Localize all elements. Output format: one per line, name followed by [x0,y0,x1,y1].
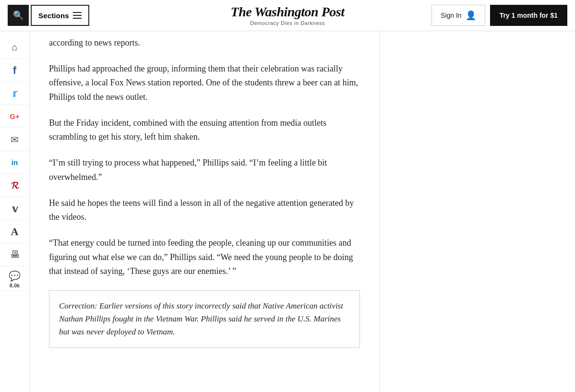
googleplus-share-icon[interactable]: G+ [0,105,30,128]
left-sidebar: ⌂ f 𝕣 G+ ✉ in 𝓡 𝕧 A 🖶 💬 8.0k [0,31,30,392]
print-icon[interactable]: 🖶 [0,243,30,266]
comment-count: 8.0k [10,283,20,288]
search-icon: 🔍 [13,10,24,21]
site-tagline: Democracy Dies in Darkness [231,20,345,26]
twitter-share-icon[interactable]: 𝕣 [0,82,30,105]
header: 🔍 Sections The Washington Post Democracy… [0,0,575,31]
sections-label: Sections [38,12,69,20]
hamburger-icon [73,12,82,19]
article-paragraph-6: “That energy could be turned into feedin… [49,236,360,279]
tumblr-share-icon[interactable]: 𝕧 [0,197,30,220]
pinterest-share-icon[interactable]: 𝓡 [0,174,30,197]
correction-box: Correction: Earlier versions of this sto… [49,290,360,348]
article-content: according to news reports. Phillips had … [30,31,379,392]
font-size-icon[interactable]: A [0,220,30,243]
subscribe-label: Try 1 month for $1 [500,12,558,19]
correction-text: Correction: Earlier versions of this sto… [59,299,350,339]
user-icon: 👤 [466,10,476,21]
comment-icon: 💬 [9,270,21,282]
main-layout: ⌂ f 𝕣 G+ ✉ in 𝓡 𝕧 A 🖶 💬 8.0k according t… [0,31,575,392]
home-icon[interactable]: ⌂ [0,36,30,59]
article-paragraph-3: But the Friday incident, combined with t… [49,116,360,144]
email-share-icon[interactable]: ✉ [0,128,30,151]
article-paragraph-5: He said he hopes the teens will find a l… [49,196,360,225]
sections-button[interactable]: Sections [31,5,89,26]
subscribe-button[interactable]: Try 1 month for $1 [490,5,567,26]
article-body: according to news reports. Phillips had … [49,31,360,348]
right-sidebar [379,31,575,392]
sign-in-label: Sign In [441,12,462,19]
article-paragraph-4: “I’m still trying to process what happen… [49,156,360,184]
site-logo[interactable]: The Washington Post [231,5,345,20]
header-right: Sign In 👤 Try 1 month for $1 [431,5,567,26]
sign-in-button[interactable]: Sign In 👤 [431,5,485,26]
header-left: 🔍 Sections [8,5,89,26]
linkedin-share-icon[interactable]: in [0,151,30,174]
article-paragraph-2: Phillips had approached the group, infor… [49,62,360,105]
search-button[interactable]: 🔍 [8,5,29,26]
facebook-share-icon[interactable]: f [0,59,30,82]
header-center: The Washington Post Democracy Dies in Da… [231,5,345,26]
article-paragraph-1: according to news reports. [49,36,360,50]
comments-button[interactable]: 💬 8.0k [0,266,30,291]
